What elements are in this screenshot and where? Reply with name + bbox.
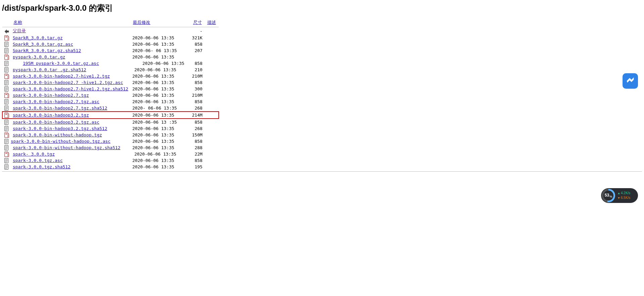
text-icon: [4, 158, 10, 164]
table-row: pyspark-3.0.0.tar.gz2020-06-06 13:35: [2, 54, 219, 60]
accelerator-button[interactable]: [623, 73, 638, 89]
svg-rect-24: [4, 74, 8, 78]
cell-size: 858: [186, 138, 205, 144]
svg-rect-1: [5, 36, 7, 37]
file-link[interactable]: spark-3.0.0-bin-hadoop3.2.tgz.asc: [13, 120, 99, 125]
table-row: spark-3.0.0-bin-without-hadoop.tgz.sha51…: [2, 144, 219, 151]
cell-size: 195: [186, 164, 205, 170]
cell-date: 2020-06-06 13:35: [130, 35, 186, 41]
table-row: spark-3.0.0-bin-hadoop3.2.tgz2020-06-06 …: [2, 112, 219, 119]
file-link[interactable]: spark-3.0.0-bin-hadoop2.7.tgz.asc: [13, 99, 99, 104]
table-row: spark-3.0.0-bin-hadoop3.2.tgz.sha5122020…: [2, 125, 219, 132]
text-icon: [4, 145, 10, 151]
svg-rect-62: [4, 139, 8, 143]
file-link[interactable]: spark-3.0.0-bin-hadoop2.7.tgz.sha512: [13, 105, 107, 111]
file-link[interactable]: spark-3.0.0-bin-without-hadoop.tgz.asc: [11, 139, 110, 144]
cell-date: 2020-06-06 13:35: [130, 60, 186, 67]
cell-date: 2020-06-06 13:35: [130, 132, 186, 138]
bird-icon: [626, 76, 635, 86]
cell-size: [186, 54, 205, 60]
col-desc[interactable]: 描述: [207, 20, 216, 25]
col-modified[interactable]: 最后修改: [133, 20, 150, 25]
svg-rect-72: [4, 152, 8, 156]
file-link[interactable]: spark-3.0.0.tgz.sha512: [13, 164, 70, 169]
file-link[interactable]: SparkR_3.0.0.tar.gz.asc: [13, 42, 73, 47]
svg-rect-60: [4, 132, 8, 137]
file-link[interactable]: spark-3.0.0-bin-hadoop3.2.tgz.sha512: [13, 126, 107, 131]
cell-date: 2020- 06-06 13:35: [130, 105, 186, 112]
file-link[interactable]: pyspark-3.0.0.tar .gz.sha512: [13, 67, 86, 72]
svg-rect-13: [5, 55, 7, 56]
file-link[interactable]: spark-3.0.0-bin-hadoop2.7.tgz: [13, 93, 89, 98]
cell-size: 210: [186, 67, 205, 73]
file-link[interactable]: spark- 3.0.0.tgz: [13, 152, 55, 157]
file-link[interactable]: pyspark-3.0.0.tar.gz: [13, 54, 65, 59]
text-icon: [4, 48, 10, 54]
svg-rect-26: [4, 80, 8, 85]
text-icon: [4, 67, 10, 73]
file-link[interactable]: spark-3.0.0-bin-without-hadoop.tgz: [13, 132, 102, 137]
cell-size: 858: [186, 79, 205, 86]
file-link[interactable]: SparkR_3.0.0.tar.gz.sha512: [13, 48, 81, 53]
svg-rect-50: [4, 120, 8, 124]
cell-size: 150M: [186, 132, 205, 138]
text-icon: [4, 86, 10, 92]
text-icon: [4, 41, 10, 47]
table-row: SparkR_3.0.0.tar.gz.sha5122020-06- 06 13…: [2, 47, 219, 54]
svg-rect-37: [5, 94, 7, 95]
cell-size: 207: [186, 47, 205, 54]
svg-rect-55: [4, 126, 8, 131]
file-link[interactable]: spark-3.0.0-bin-hadoop3.2.tgz: [13, 113, 89, 118]
file-link[interactable]: spark-3.0.0-bin-without-hadoop.tgz.sha51…: [13, 145, 120, 150]
cell-size: 858: [186, 119, 205, 125]
file-link[interactable]: spark-3.0.0-bin-hadoop2.7-hive1.2.tgz: [13, 74, 110, 79]
archive-icon: [4, 54, 10, 60]
svg-rect-61: [5, 133, 7, 134]
svg-rect-49: [5, 114, 7, 115]
cell-size: 288: [186, 144, 205, 151]
col-name[interactable]: 名称: [13, 20, 22, 25]
table-row: 195M pyspark-3.0.0.tar.gz.asc2020-06-06 …: [2, 60, 219, 67]
cell-date: 2020-06-06 13:35: [130, 144, 186, 151]
text-icon: [4, 105, 10, 111]
cell-size: 300: [186, 86, 205, 92]
table-row: spark-3.0.0-bin-without-hadoop.tgz.asc20…: [2, 138, 219, 144]
table-row: spark-3.0.0-bin-hadoop2.7.tgz.asc2020-06…: [2, 98, 219, 105]
page-title: /dist/spark/spark-3.0.0 的索引: [2, 3, 642, 13]
cell-date: 2020-06-06 13:35: [130, 86, 186, 92]
col-size[interactable]: 尺寸: [193, 20, 202, 25]
svg-rect-73: [5, 153, 7, 154]
file-link[interactable]: spark-3.0.0.tgz.asc: [13, 158, 63, 163]
cell-date: 2020-06-06 13:35: [130, 157, 186, 164]
table-row: SparkR_3.0.0.tar.gz2020-06-06 13:35321K: [2, 35, 219, 41]
archive-icon: [4, 35, 10, 41]
back-icon: [4, 28, 10, 34]
cell-date: 2020-06-06 13:35: [130, 98, 186, 105]
file-link[interactable]: spark-3.0.0-bin-hadoop2.7-hive1.2.tgz.sh…: [13, 86, 128, 91]
text-icon: [4, 80, 10, 86]
table-row: spark- 3.0.0.tgz2020-06-06 13:3522M: [2, 151, 219, 157]
table-row: spark-3.0.0-bin-hadoop2.7.tgz2020-06-06 …: [2, 92, 219, 98]
text-icon: [4, 164, 10, 170]
cell-date: 2020-06-06 13:35: [130, 164, 186, 170]
cell-size: 268: [186, 105, 205, 112]
cell-date: 2020-06-06 13:35: [130, 73, 186, 79]
cell-size: 210M: [186, 92, 205, 98]
cell-date: 2020-06- 06 13:35: [130, 47, 186, 54]
cell-size: 22M: [186, 151, 205, 157]
link-parent-dir[interactable]: 父目录: [13, 28, 26, 33]
svg-rect-36: [4, 93, 8, 97]
cell-size: -: [186, 27, 205, 35]
cell-date: 2020-06-06 13:35: [130, 41, 186, 47]
table-row: spark-3.0.0-bin-hadoop2.7 -hive1.2.tgz.a…: [2, 79, 219, 86]
cell-size: 858: [186, 60, 205, 67]
table-row: spark-3.0.0.tgz.asc2020-06-06 13:35858: [2, 157, 219, 164]
cell-date: 2020-06-06 13 :35: [130, 119, 186, 125]
file-link[interactable]: 195M pyspark-3.0.0.tar.gz.asc: [23, 61, 99, 66]
svg-rect-43: [4, 105, 8, 110]
file-link[interactable]: spark-3.0.0-bin-hadoop2.7 -hive1.2.tgz.a…: [13, 80, 123, 85]
svg-rect-0: [4, 35, 8, 40]
table-row: pyspark-3.0.0.tar .gz.sha5122020-06-06 1…: [2, 67, 219, 73]
file-link[interactable]: SparkR_3.0.0.tar.gz: [13, 35, 63, 40]
cell-date: 2020-06-06 13:35: [130, 138, 186, 144]
